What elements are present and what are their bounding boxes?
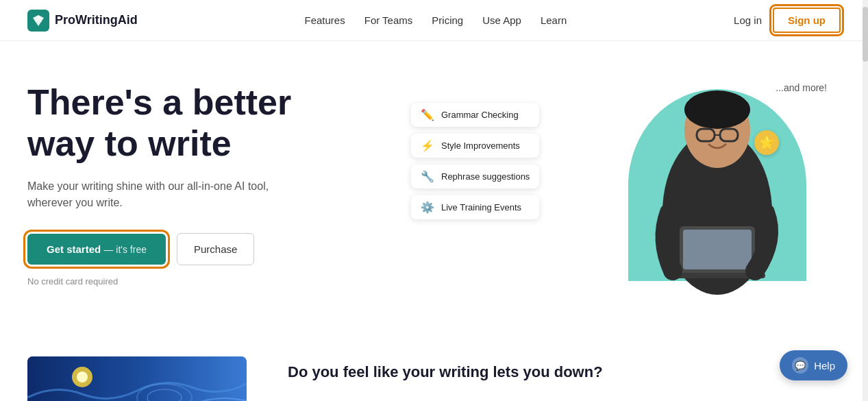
nav-for-teams[interactable]: For Teams — [364, 14, 413, 26]
bottom-question-text: Do you feel like your writing lets you d… — [288, 356, 603, 381]
help-icon: 💬 — [792, 357, 808, 374]
feature-pill-grammar: ✏️ Grammar Checking — [411, 103, 539, 127]
and-more-label: ...and more! — [776, 82, 827, 93]
hero-right: ⭐ ...and more! ✏️ Grammar Checking ⚡ Sty… — [397, 75, 841, 336]
login-link[interactable]: Log in — [734, 14, 762, 26]
person-svg — [632, 75, 803, 329]
hero-title-line1: There's a better — [27, 82, 291, 122]
hero-subtitle: Make your writing shine with our all-in-… — [27, 178, 370, 211]
help-button[interactable]: 💬 Help — [780, 350, 847, 380]
nav-use-app[interactable]: Use App — [482, 14, 521, 26]
signup-button[interactable]: Sign up — [773, 8, 841, 33]
nav-pricing[interactable]: Pricing — [432, 14, 463, 26]
free-tag: — it's free — [103, 244, 147, 255]
svg-point-12 — [77, 372, 88, 382]
scroll-thumb[interactable] — [863, 7, 868, 62]
grammar-label: Grammar Checking — [441, 110, 519, 120]
bottom-image — [27, 356, 247, 401]
training-label: Live Training Events — [441, 202, 521, 212]
bottom-artwork — [27, 356, 247, 401]
cta-buttons: Get started — it's free Purchase — [27, 233, 370, 265]
get-started-label: Get started — [47, 243, 101, 255]
navbar: ProWritingAid Features For Teams Pricing… — [0, 0, 868, 41]
main-content: There's a better way to write Make your … — [0, 41, 868, 336]
person-illustration — [632, 75, 803, 329]
hero-title: There's a better way to write — [27, 82, 370, 165]
feature-pill-training: ⚙️ Live Training Events — [411, 195, 539, 219]
nav-actions: Log in Sign up — [734, 8, 841, 33]
hero-left: There's a better way to write Make your … — [27, 75, 370, 287]
feature-pills: ✏️ Grammar Checking ⚡ Style Improvements… — [411, 103, 539, 219]
svg-point-3 — [684, 90, 750, 129]
logo-icon — [27, 10, 49, 32]
feature-pill-rephrase: 🔧 Rephrase suggestions — [411, 165, 539, 189]
feature-pill-style: ⚡ Style Improvements — [411, 134, 539, 158]
logo[interactable]: ProWritingAid — [27, 10, 138, 32]
nav-features[interactable]: Features — [305, 14, 345, 26]
help-label: Help — [814, 360, 835, 372]
style-label: Style Improvements — [441, 141, 520, 151]
get-started-button[interactable]: Get started — it's free — [27, 234, 166, 265]
style-icon: ⚡ — [421, 139, 434, 152]
no-credit-text: No credit card required — [27, 276, 370, 287]
nav-learn[interactable]: Learn — [541, 14, 567, 26]
training-icon: ⚙️ — [421, 201, 434, 214]
nav-links: Features For Teams Pricing Use App Learn — [305, 14, 567, 26]
rephrase-icon: 🔧 — [421, 170, 434, 183]
purchase-button[interactable]: Purchase — [177, 233, 254, 265]
brand-name: ProWritingAid — [55, 13, 138, 27]
rephrase-label: Rephrase suggestions — [441, 171, 530, 182]
bottom-question: Do you feel like your writing lets you d… — [288, 356, 603, 381]
svg-rect-8 — [683, 230, 752, 269]
star-badge: ⭐ — [754, 130, 779, 155]
hero-title-line2: way to write — [27, 123, 232, 163]
bottom-section: Do you feel like your writing lets you d… — [0, 336, 868, 401]
scrollbar[interactable] — [863, 0, 868, 401]
grammar-icon: ✏️ — [421, 108, 434, 121]
